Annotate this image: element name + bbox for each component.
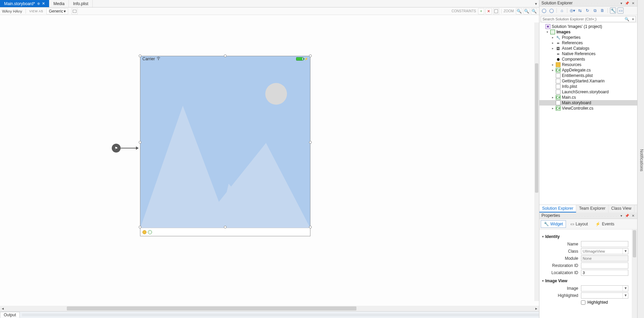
tree-item[interactable]: ▾Images	[539, 29, 637, 35]
tree-item[interactable]: ▸AppDelegate.cs	[539, 67, 637, 73]
wifi-icon	[156, 57, 160, 61]
zoom-out-button[interactable]: 🔍	[516, 8, 522, 14]
add-constraint-button[interactable]: ＋	[478, 8, 484, 14]
image-field[interactable]	[581, 286, 623, 291]
zoom-in-button[interactable]: 🔍	[531, 8, 537, 14]
tab-main-storyboard[interactable]: Main.storyboard* ⊕ ✕	[0, 0, 49, 7]
expander-icon[interactable]: ▸	[551, 47, 554, 50]
tree-item[interactable]: GettingStarted.Xamarin	[539, 78, 637, 84]
tree-item[interactable]: ▸🖼Asset Catalogs	[539, 46, 637, 51]
home-button[interactable]: ⌂	[559, 7, 565, 14]
back-button[interactable]: ◯	[541, 7, 547, 14]
tree-item[interactable]: ▸Resources	[539, 62, 637, 67]
update-frames-button[interactable]	[493, 8, 499, 14]
tree-item-label: Main.storyboard	[562, 100, 591, 105]
class-combo[interactable]: ▾	[581, 248, 628, 254]
tree-item[interactable]: LaunchScreen.storyboard	[539, 89, 637, 95]
view-controller-icon[interactable]	[142, 230, 147, 234]
lightning-icon: ⚡	[595, 222, 600, 226]
chevron-down-icon[interactable]: ▾	[623, 249, 628, 254]
scope-button[interactable]: ◎▾	[569, 7, 576, 14]
caret-down-icon[interactable]: ▾	[542, 279, 544, 283]
panel-menu-icon[interactable]: ▾	[620, 214, 623, 218]
name-field[interactable]	[581, 241, 628, 247]
properties-button[interactable]: 🔧	[610, 7, 616, 14]
remove-constraint-button[interactable]: ✕	[486, 8, 492, 14]
view-as-dropdown[interactable]: Generic ▾	[46, 8, 68, 14]
sync-button[interactable]: ⇆	[577, 7, 583, 14]
tab-class-view[interactable]: Class View	[609, 205, 634, 212]
properties-tab-layout[interactable]: ▭ Layout	[567, 220, 591, 228]
expander-icon[interactable]: ▸	[551, 36, 554, 39]
chevron-down-icon[interactable]: ▾	[623, 286, 628, 291]
expander-icon[interactable]: ▸	[551, 107, 554, 110]
forward-button[interactable]: ◯	[548, 7, 554, 14]
exit-icon[interactable]	[148, 230, 152, 234]
tree-item-label: Main.cs	[562, 95, 576, 100]
highlighted-combo[interactable]: ▾	[581, 292, 628, 299]
tree-item[interactable]: ▸Main.cs	[539, 95, 637, 100]
localization-id-field[interactable]	[581, 270, 628, 276]
scene-dock[interactable]	[140, 228, 310, 236]
properties-tab-events[interactable]: ⚡ Events	[592, 220, 617, 228]
tree-item[interactable]: Solution 'Images' (1 project)	[539, 24, 637, 29]
refresh-button[interactable]: ↻	[584, 7, 591, 14]
tree-item[interactable]: Main.storyboard	[539, 100, 637, 106]
tree-item[interactable]: ▸ViewController.cs	[539, 106, 637, 111]
close-icon[interactable]: ✕	[631, 1, 635, 5]
initial-view-controller-arrow[interactable]: ⚑	[112, 144, 138, 153]
search-input[interactable]	[541, 16, 623, 22]
expander-icon[interactable]: ▸	[551, 63, 554, 66]
solution-tree[interactable]: Solution 'Images' (1 project)▾Images▸🔧Pr…	[539, 23, 637, 205]
orientation-toggle[interactable]	[72, 8, 78, 14]
tree-item[interactable]: ▪▪Native References	[539, 51, 637, 57]
tree-item-label: References	[562, 41, 583, 45]
uiimageview-placeholder[interactable]	[140, 62, 310, 228]
tree-item[interactable]: Info.plist	[539, 84, 637, 89]
notifications-sidebar[interactable]: Notifications	[637, 0, 644, 318]
restoration-id-field[interactable]	[581, 263, 628, 269]
module-field[interactable]	[581, 255, 628, 261]
pin-icon[interactable]: 📌	[624, 1, 630, 5]
tree-item[interactable]: ⬢Components	[539, 57, 637, 62]
search-icon[interactable]: 🔍	[623, 17, 631, 21]
size-class-label[interactable]: WAny HAny	[2, 9, 22, 13]
zoom-fit-button[interactable]: 🔍	[523, 8, 530, 14]
close-icon[interactable]: ✕	[631, 214, 635, 218]
canvas-horizontal-scrollbar[interactable]: ◂▸	[0, 306, 539, 311]
prop-label-restoration-id: Restoration ID	[544, 263, 578, 268]
expander-icon[interactable]: ▾	[546, 30, 549, 34]
panel-menu-icon[interactable]: ▾	[620, 1, 623, 5]
tab-media[interactable]: Media	[49, 0, 69, 7]
canvas-vertical-scrollbar[interactable]	[534, 22, 539, 301]
tabs-overflow-menu[interactable]: ▾	[533, 0, 539, 7]
tab-team-explorer[interactable]: Team Explorer	[576, 205, 608, 212]
highlighted-checkbox[interactable]	[581, 300, 585, 305]
caret-down-icon[interactable]: ▾	[542, 235, 544, 238]
view-controller-scene[interactable]: Carrier ⚡	[140, 56, 310, 236]
tree-item[interactable]: ▸▪▪References	[539, 40, 637, 46]
image-combo[interactable]: ▾	[581, 285, 628, 291]
highlighted-checkbox-label: Highlighted	[587, 300, 608, 305]
preview-button[interactable]: ▭	[617, 7, 624, 14]
pin-icon[interactable]: ⊕	[37, 2, 40, 5]
properties-tab-widget[interactable]: 🔧 Widget	[541, 220, 566, 228]
expander-icon[interactable]: ▸	[551, 96, 554, 99]
expander-icon[interactable]: ▸	[551, 41, 554, 45]
show-all-files-button[interactable]: 🗎	[599, 7, 605, 14]
tab-solution-explorer[interactable]: Solution Explorer	[539, 205, 576, 212]
highlighted-field[interactable]	[581, 293, 623, 298]
collapse-all-button[interactable]: ⧉	[592, 7, 598, 14]
properties-title-bar: Properties . . . . . . . . . . . . . . .…	[539, 212, 637, 219]
properties-vertical-scrollbar[interactable]	[632, 229, 637, 318]
tree-item[interactable]: Entitlements.plist	[539, 73, 637, 78]
pin-icon[interactable]: 📌	[624, 214, 630, 218]
tree-item[interactable]: ▸🔧Properties	[539, 35, 637, 40]
search-dropdown-icon[interactable]: ▾	[631, 17, 635, 21]
close-icon[interactable]: ✕	[42, 1, 45, 6]
expander-icon[interactable]: ▸	[551, 68, 554, 72]
chevron-down-icon[interactable]: ▾	[623, 293, 628, 298]
tab-info-plist[interactable]: Info.plist	[69, 0, 93, 7]
class-field[interactable]	[581, 249, 623, 254]
output-tab[interactable]: Output	[0, 312, 20, 318]
